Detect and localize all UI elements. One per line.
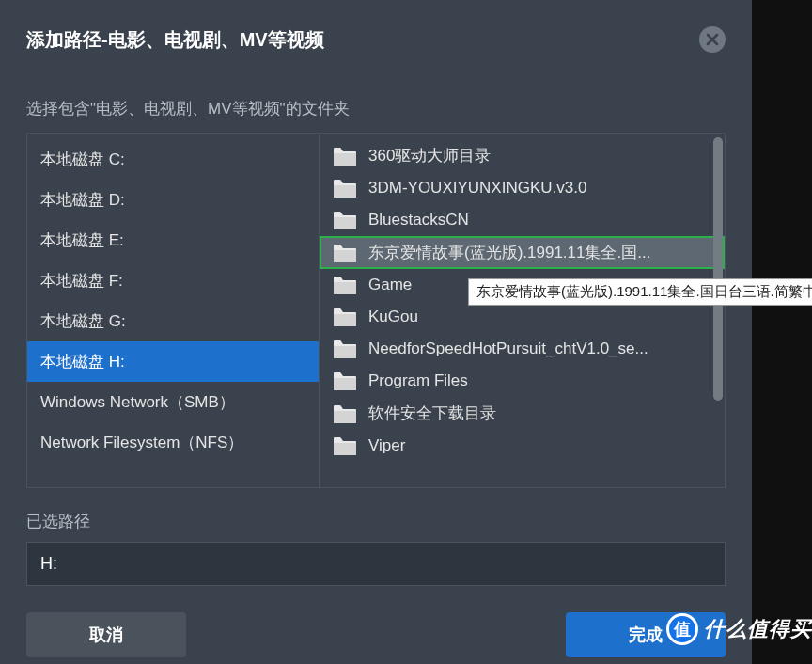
drive-list[interactable]: 本地磁盘 C:本地磁盘 D:本地磁盘 E:本地磁盘 F:本地磁盘 G:本地磁盘 …	[27, 134, 320, 487]
dialog-title: 添加路径-电影、电视剧、MV等视频	[26, 27, 324, 53]
folder-label: BluestacksCN	[368, 211, 711, 229]
close-button[interactable]	[699, 26, 726, 53]
drive-item[interactable]: 本地磁盘 D:	[27, 180, 319, 220]
folder-icon	[333, 371, 357, 391]
folder-icon	[333, 403, 357, 424]
folder-icon	[333, 178, 357, 198]
folder-item[interactable]: Program Files	[320, 365, 725, 397]
drive-item[interactable]: 本地磁盘 E:	[27, 220, 319, 261]
folder-item[interactable]: Viper	[320, 430, 725, 462]
folder-browser: 本地磁盘 C:本地磁盘 D:本地磁盘 E:本地磁盘 F:本地磁盘 G:本地磁盘 …	[26, 133, 726, 488]
folder-icon	[333, 307, 357, 327]
drive-item[interactable]: Windows Network（SMB）	[27, 382, 319, 422]
folder-label: 360驱动大师目录	[368, 145, 711, 166]
add-path-dialog: 添加路径-电影、电视剧、MV等视频 选择包含"电影、电视剧、MV等视频"的文件夹…	[0, 0, 752, 664]
drive-item[interactable]: Network Filesystem（NFS）	[27, 422, 319, 463]
folder-icon	[333, 435, 357, 456]
folder-icon	[333, 146, 357, 166]
dialog-subtitle: 选择包含"电影、电视剧、MV等视频"的文件夹	[26, 98, 726, 119]
folder-label: Program Files	[368, 372, 711, 390]
folder-icon	[333, 243, 357, 263]
watermark-text: 什么值得买	[704, 615, 812, 643]
dialog-footer: 取消 完成	[26, 612, 726, 657]
folder-item[interactable]: 东京爱情故事(蓝光版).1991.11集全.国...	[320, 236, 725, 269]
drive-item[interactable]: 本地磁盘 F:	[27, 261, 319, 301]
watermark-icon: 值	[666, 613, 698, 645]
drive-item[interactable]: 本地磁盘 C:	[27, 139, 319, 180]
folder-list[interactable]: 360驱动大师目录3DM-YOUXIYUNXINGKU.v3.0Bluestac…	[320, 134, 725, 487]
folder-label: 软件安全下载目录	[368, 403, 711, 424]
cancel-button[interactable]: 取消	[26, 612, 186, 657]
folder-item[interactable]: BluestacksCN	[320, 204, 725, 236]
folder-label: KuGou	[368, 308, 711, 326]
dialog-header: 添加路径-电影、电视剧、MV等视频	[26, 26, 726, 53]
folder-icon	[333, 275, 357, 295]
folder-item[interactable]: KuGou	[320, 301, 725, 333]
folder-item[interactable]: NeedforSpeedHotPursuit_chtV1.0_se...	[320, 333, 725, 365]
path-input[interactable]	[26, 542, 726, 586]
folder-icon	[333, 210, 357, 230]
folder-label: NeedforSpeedHotPursuit_chtV1.0_se...	[368, 340, 711, 358]
folder-label: Viper	[368, 436, 711, 455]
watermark: 值 什么值得买	[666, 613, 812, 645]
folder-item[interactable]: 软件安全下载目录	[320, 397, 725, 430]
selected-path-label: 已选路径	[26, 511, 726, 532]
folder-icon	[333, 339, 357, 359]
drive-item[interactable]: 本地磁盘 G:	[27, 301, 319, 341]
close-icon	[706, 33, 719, 46]
drive-item[interactable]: 本地磁盘 H:	[27, 341, 319, 382]
scrollbar[interactable]	[713, 137, 723, 401]
folder-item[interactable]: 3DM-YOUXIYUNXINGKU.v3.0	[320, 172, 725, 204]
folder-label: 3DM-YOUXIYUNXINGKU.v3.0	[368, 179, 711, 198]
folder-tooltip: 东京爱情故事(蓝光版).1991.11集全.国日台三语.简繁中	[468, 278, 812, 306]
folder-label: 东京爱情故事(蓝光版).1991.11集全.国...	[368, 242, 711, 263]
folder-item[interactable]: 360驱动大师目录	[320, 139, 725, 172]
